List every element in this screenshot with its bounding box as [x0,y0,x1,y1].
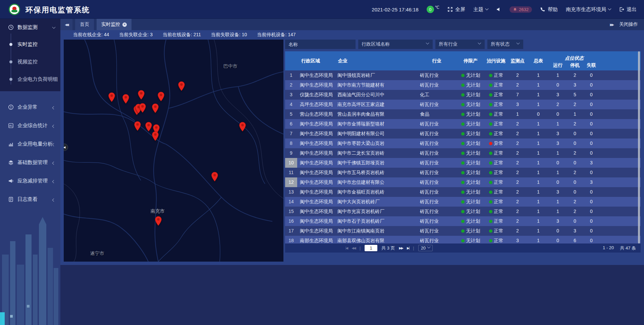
first-page-button[interactable]: |◀ [345,246,347,250]
status-dot-icon [489,84,492,87]
map-pin[interactable] [239,122,246,132]
table-row[interactable]: 11 阆中生态环境局 阆中市五马桥页岩机砖 砖瓦行业 无计划 正常 2 1 1 … [285,168,641,177]
status-dot-icon [461,132,465,136]
table-row[interactable]: 9 阆中生态环境局 阆中市二龙长宝页岩砖 砖瓦行业 无计划 正常 2 1 1 2… [285,148,641,158]
temperature-unit: ℃ [435,5,439,10]
table-row[interactable]: 17 阆中生态环境局 阆中市江南镇阆南页岩 砖瓦行业 无计划 正常 2 1 0 … [285,226,641,236]
sidebar-item-emergency-reduction[interactable]: 应急减排管理 [0,172,60,190]
map-pin[interactable] [152,131,159,141]
cell-region: 阆中生态环境局 [297,139,335,148]
table-row[interactable]: 16 阆中生态环境局 阆中市石子页岩机砖厂 砖瓦行业 无计划 正常 2 1 3 … [285,216,641,226]
theme-button[interactable]: 主题 [473,6,488,13]
status-dot-icon [489,171,492,174]
cell-meter-count: 1 [528,70,549,80]
status-select[interactable]: 所有状态 [487,40,523,49]
map-pin[interactable] [108,92,115,102]
cell-monitor-count: 2 [507,129,528,139]
cell-meter-count: 1 [528,119,549,129]
fullscreen-button[interactable]: 全屏 [447,6,465,13]
sidebar-item-power-analysis[interactable]: 企业用电量分析 [0,135,60,153]
cell-treatment-status: 正常 [485,236,507,243]
table-row[interactable]: 18 南部生态环境局 南部县双佛山页岩有限 砖瓦行业 无计划 正常 3 1 0 … [285,236,641,243]
industry-select[interactable]: 所有行业 [435,40,485,49]
sidebar-item-enterprise-abnormal[interactable]: 企业异常 [0,98,60,116]
prev-page-button[interactable]: ◀◀ [352,246,355,250]
table-row[interactable]: 5 营山生态环境局 营山县润丰肉食品有限 食品 无计划 正常 1 0 0 1 0 [285,109,641,119]
volume-button[interactable] [496,7,501,12]
table-scrollbar[interactable] [638,51,640,243]
page-number-input[interactable] [365,245,377,251]
map-pin[interactable] [152,103,159,113]
name-search-input[interactable] [285,40,356,49]
notification-badge[interactable]: 2632 [509,6,532,13]
map-pin[interactable] [211,172,218,182]
table-row[interactable]: 1 阆中生态环境局 阆中强锐页岩砖厂 砖瓦行业 无计划 正常 2 1 1 2 0 [285,70,641,80]
sidebar-subitem-realtime-monitoring[interactable]: 实时监控 [0,36,60,53]
tab-home[interactable]: 首页 [75,19,94,30]
table-row[interactable]: 2 阆中生态环境局 阆中市南方节能建材有 砖瓦行业 无计划 正常 2 1 0 3… [285,80,641,90]
status-dot-icon [489,220,492,223]
row-index: 14 [285,197,297,207]
cell-production-status: 无计划 [456,119,485,129]
cell-treatment-status: 正常 [485,158,507,168]
table-row[interactable]: 3 仪陇生态环境局 西南油气田分公司川中 化工 无计划 正常 7 1 3 5 0 [285,90,641,100]
map-pin[interactable] [155,216,162,226]
cell-treatment-status: 正常 [485,148,507,158]
map-pin[interactable] [134,121,141,131]
col-header-meter: 总表 [528,51,549,70]
cell-company: 西南油气田分公司川中 [335,90,417,100]
cell-region: 阆中生态环境局 [297,129,335,139]
close-operations-button[interactable]: 关闭操作 [616,19,644,30]
status-dot-icon [461,210,465,213]
tabs-scroll-right-button[interactable]: ▶▶ [607,19,616,30]
table-row[interactable]: 7 阆中生态环境局 阆中明阳建材有限公司 砖瓦行业 无计划 正常 2 1 3 0… [285,129,641,139]
stat-item: 当前失联设备: 10 [211,32,247,38]
map-pin[interactable] [139,103,146,113]
sidebar-item-log-view[interactable]: 日志查看 [0,190,60,209]
sidebar-subitem-video-monitoring[interactable]: 视频监控 [0,53,60,70]
sidebar-item-basic-data[interactable]: 基础数据管理 [0,153,60,172]
next-page-button[interactable]: ▶▶ [399,246,403,250]
cell-meter-count: 1 [528,168,549,177]
cell-treatment-status: 正常 [485,216,507,226]
last-page-button[interactable]: ▶| [407,246,409,250]
sidebar-item-data-monitoring[interactable]: 数据监测 [0,19,60,36]
cell-run-count: 0 [549,109,567,119]
map-pin[interactable] [158,92,165,102]
logout-button[interactable]: 退出 [619,6,637,13]
col-header-point-status-group: 点位状态 [549,51,600,62]
cell-lost-count: 0 [583,168,600,177]
map-pin[interactable] [145,122,152,132]
table-row[interactable]: 15 阆中生态环境局 阆中市光富页岩机砖厂 砖瓦行业 无计划 正常 2 1 1 … [285,207,641,216]
cell-company: 营山县润丰肉食品有限 [335,109,417,119]
help-button[interactable]: 帮助 [540,6,558,13]
cell-run-count: 0 [549,177,567,187]
map-pin[interactable] [178,81,185,91]
cell-production-status: 无计划 [456,139,485,148]
status-dot-icon [461,200,465,204]
sidebar-item-enterprise-statistics[interactable]: 企业综合统计 [0,116,60,135]
map-canvas[interactable]: 巴中市南充市遂宁市 ◀ [64,40,283,262]
content-area: 巴中市南充市遂宁市 ◀ 行政区域名称 所有行业 [60,40,644,265]
table-row[interactable]: 13 阆中生态环境局 阆中市金福旺页岩机砖 砖瓦行业 无计划 正常 2 1 3 … [285,187,641,197]
cell-run-count: 3 [549,90,567,100]
tabs-scroll-left-button[interactable]: ◀◀ [60,19,72,30]
region-select[interactable]: 行政区域名称 [358,40,433,49]
table-row[interactable]: 4 高坪生态环境局 南充市高坪区王家店建 砖瓦行业 无计划 正常 3 1 2 2… [285,100,641,109]
table-row[interactable]: 10 阆中生态环境局 阆中千佛镇五郎垭页岩 砖瓦行业 无计划 正常 2 1 0 … [285,158,641,168]
close-icon[interactable]: ✕ [122,22,127,27]
cell-run-count: 0 [549,236,567,243]
sidebar-subitem-power-load-detail[interactable]: 企业电力负荷明细 [0,70,60,88]
table-row[interactable]: 6 阆中生态环境局 阆中市金博瑞新型墙材 砖瓦行业 无计划 正常 2 1 1 2… [285,119,641,129]
org-selector[interactable]: 南充市生态环境局 [566,6,611,13]
table-row[interactable]: 8 阆中生态环境局 阆中市枣碧大梁山页岩 砖瓦行业 无计划 异常 2 1 3 0… [285,139,641,148]
table-row[interactable]: 12 阆中生态环境局 阆中市忠信建材有限公 砖瓦行业 无计划 正常 2 1 0 … [285,177,641,187]
map-pin[interactable] [122,94,129,104]
chevron-icon [53,160,55,165]
cell-monitor-count: 3 [507,100,528,109]
table-row[interactable]: 14 阆中生态环境局 阆中大兴页岩机砖厂 砖瓦行业 无计划 正常 2 1 1 2… [285,197,641,207]
tab-realtime-monitoring[interactable]: 实时监控 ✕ [97,19,131,30]
page-size-select[interactable]: 20 [418,245,433,251]
row-index: 13 [285,187,297,197]
map-pin[interactable] [138,90,145,100]
